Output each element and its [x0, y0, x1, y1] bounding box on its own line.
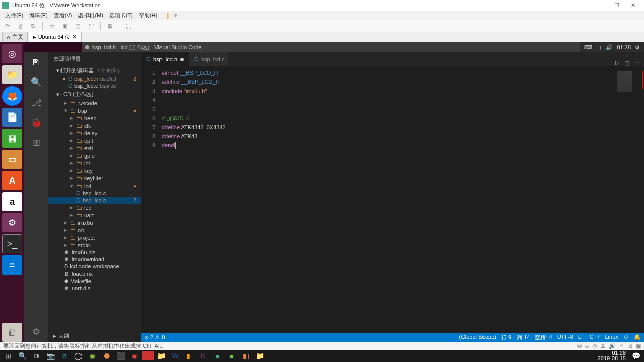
folder-imx6u[interactable]: ▸🗀 imx6u: [48, 219, 141, 226]
folder-uart[interactable]: ▸🗀 uart: [48, 211, 141, 219]
impress-icon[interactable]: ▭: [2, 150, 22, 169]
open-editors-section[interactable]: ▾ 打开的编辑器1 个未保存: [48, 66, 141, 75]
folder-beep[interactable]: ▸🗀 beep: [48, 114, 141, 122]
word-icon[interactable]: W: [168, 350, 182, 362]
folder-project[interactable]: ▸🗀 project: [48, 234, 141, 241]
status-errors[interactable]: ⊘ 2 ⚠ 0: [144, 334, 165, 341]
code-content[interactable]: #ifndef __BSP_LCD_H #define __BSP_LCD_H …: [162, 68, 614, 333]
status-bell-icon[interactable]: 🔔: [634, 334, 641, 341]
folder-stdio[interactable]: ▸🗀 stdio: [48, 241, 141, 249]
status-eol[interactable]: LF: [578, 334, 585, 341]
unity-icon[interactable]: ▭: [48, 22, 56, 30]
app-icon[interactable]: 📁: [253, 350, 267, 362]
more-icon[interactable]: ⋯: [634, 60, 640, 66]
writer-icon[interactable]: 📄: [2, 108, 22, 127]
gear-icon[interactable]: ⚙: [635, 44, 640, 51]
editor-body[interactable]: 123456789 #ifndef __BSP_LCD_H #define __…: [141, 66, 644, 333]
tab-bsp-lcd-h[interactable]: C bsp_lcd.h: [141, 52, 189, 66]
device-icon[interactable]: ▣: [636, 343, 641, 349]
debug-icon[interactable]: 🐞: [30, 117, 42, 129]
split-icon[interactable]: ◫: [624, 60, 629, 66]
folder-gpio[interactable]: ▸🗀 gpio: [48, 152, 141, 159]
folder-lcd[interactable]: ▾🗀 lcd●: [48, 182, 141, 190]
thumbnail-icon[interactable]: ▦: [106, 22, 114, 30]
network-icon[interactable]: ↕↓: [596, 44, 602, 50]
screenshot-icon[interactable]: ⎙: [16, 22, 24, 30]
app-icon[interactable]: ⬛: [114, 350, 128, 362]
status-spaces[interactable]: 空格: 4: [535, 334, 552, 341]
device-icon[interactable]: ⛁: [577, 343, 582, 349]
extensions-icon[interactable]: ⊞: [30, 137, 42, 149]
vmware-task-icon[interactable]: ▣: [210, 350, 224, 362]
device-icon[interactable]: 🖥: [627, 343, 633, 349]
folder-clk[interactable]: ▸🗀 clk: [48, 122, 141, 129]
folder-keyfilter[interactable]: ▸🗀 keyfilter: [48, 174, 141, 182]
status-os[interactable]: Linux: [605, 334, 618, 341]
manage-icon[interactable]: ⧉: [29, 22, 37, 30]
outline-section[interactable]: ▸ 大纲: [48, 330, 141, 342]
device-icon[interactable]: ◎: [592, 343, 597, 349]
firefox-icon[interactable]: 🦊: [2, 86, 22, 106]
explorer-icon[interactable]: 🗎: [30, 56, 42, 68]
pause-icon[interactable]: ‖: [164, 12, 172, 20]
notifications-icon[interactable]: 💬: [629, 350, 643, 362]
device-icon[interactable]: 🖧: [600, 343, 606, 349]
device-icon[interactable]: ⛀: [585, 343, 589, 349]
system-clock[interactable]: 01:282019-08-15: [595, 350, 629, 361]
trash-icon[interactable]: 🗑: [2, 323, 22, 342]
device-icon[interactable]: 🖨: [619, 343, 624, 349]
menu-edit[interactable]: 编辑(E): [26, 12, 51, 19]
folder-key[interactable]: ▸🗀 key: [48, 167, 141, 174]
toolbar-dropdown-icon[interactable]: ▾: [172, 12, 180, 20]
workspace-section[interactable]: ▾ LCD (工作区): [48, 89, 141, 99]
console-icon[interactable]: ⬚: [87, 22, 95, 30]
app-icon[interactable]: ◧: [182, 350, 196, 362]
terminal-icon[interactable]: >_: [2, 234, 22, 253]
edge-icon[interactable]: e: [57, 350, 71, 362]
status-encoding[interactable]: UTF-8: [557, 334, 573, 341]
search-icon[interactable]: 🔍: [15, 350, 29, 362]
menu-help[interactable]: 帮助(H): [136, 12, 160, 19]
open-editor-bsp-lcd-c[interactable]: C bsp_lcd.c bsp/lcd: [48, 82, 141, 89]
taskview-icon[interactable]: ⧉: [29, 350, 43, 362]
menu-tabs[interactable]: 选项卡(T): [106, 12, 136, 19]
menu-file[interactable]: 文件(F): [2, 12, 26, 19]
file-makefile[interactable]: ◆ Makefile: [48, 277, 141, 285]
files-icon[interactable]: 📁: [2, 65, 22, 84]
status-lang[interactable]: C++: [590, 334, 600, 341]
explorer-icon[interactable]: 📁: [154, 350, 168, 362]
view-icon[interactable]: ◫: [74, 22, 82, 30]
expand-icon[interactable]: ⛶: [124, 22, 132, 30]
scm-icon[interactable]: ⎇: [30, 97, 42, 109]
file-load-imx[interactable]: 🗎 load.imx: [48, 270, 141, 277]
file-bsp-lcd-h[interactable]: C bsp_lcd.h2: [48, 197, 141, 204]
maximize-button[interactable]: ☐: [612, 1, 622, 11]
folder-vscode[interactable]: ▸🗀 .vscode: [48, 99, 141, 107]
folder-delay[interactable]: ▸🗀 delay: [48, 129, 141, 137]
home-tab[interactable]: ⌂ 主页: [2, 32, 28, 42]
open-editor-bsp-lcd-h[interactable]: ●C bsp_lcd.h bsp/lcd2: [48, 75, 141, 82]
dash-icon[interactable]: ◎: [2, 44, 22, 63]
file-imx6u-lds[interactable]: 🗎 imx6u.lds: [48, 249, 141, 256]
settings-gear-icon[interactable]: ⚙: [30, 326, 42, 338]
app-icon[interactable]: [142, 351, 154, 360]
close-button[interactable]: ✕: [628, 1, 638, 11]
status-scope[interactable]: (Global Scope): [459, 334, 496, 341]
software-icon[interactable]: A: [2, 171, 22, 190]
app-icon[interactable]: ◉: [128, 350, 142, 362]
search-icon[interactable]: 🔍: [30, 76, 42, 88]
vscode-icon[interactable]: ≡: [2, 255, 22, 275]
chrome-icon[interactable]: ◯: [71, 350, 86, 362]
start-button[interactable]: ⊞: [1, 350, 15, 362]
folder-exti[interactable]: ▸🗀 exti: [48, 144, 141, 152]
snapshot-icon[interactable]: ⟳: [3, 22, 11, 30]
camera-icon[interactable]: 📷: [43, 350, 57, 362]
keyboard-icon[interactable]: ⌨: [584, 44, 592, 51]
status-position[interactable]: 行 9，列 14: [501, 334, 530, 341]
app-icon[interactable]: ⬣: [100, 350, 114, 362]
onenote-icon[interactable]: N: [196, 350, 210, 362]
settings-icon[interactable]: ⚙: [2, 213, 22, 232]
calc-icon[interactable]: ▦: [2, 129, 22, 148]
folder-bsp[interactable]: ▾🗀 bsp●: [48, 107, 141, 114]
folder-obj[interactable]: ▸🗀 obj: [48, 226, 141, 234]
